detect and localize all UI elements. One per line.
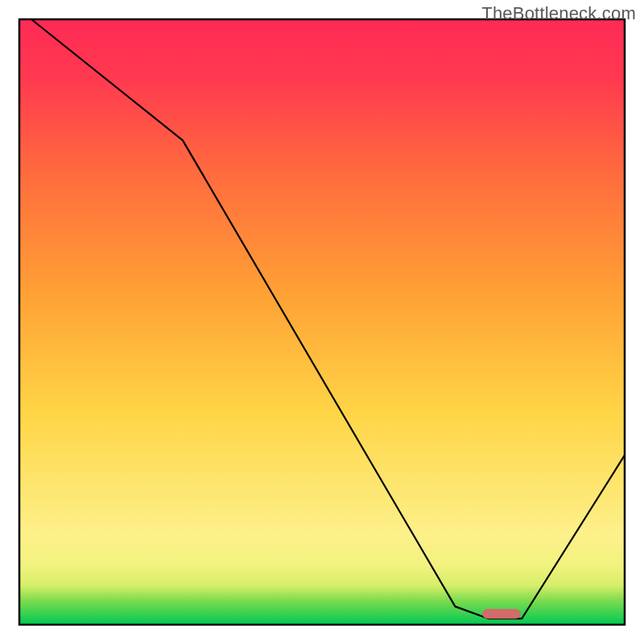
chart-container: TheBottleneck.com (0, 0, 644, 644)
bottleneck-chart (0, 0, 644, 644)
red-pill (482, 609, 520, 618)
watermark-text: TheBottleneck.com (481, 3, 636, 24)
plot-gradient (19, 19, 625, 625)
